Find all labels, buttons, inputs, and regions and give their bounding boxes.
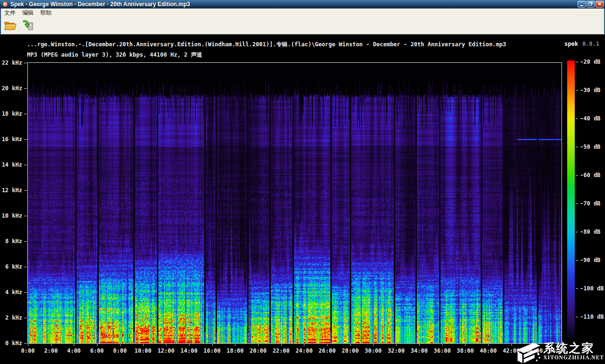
watermark-title: 系统之家 — [543, 342, 604, 355]
close-icon: ✕ — [597, 2, 601, 7]
colorbar-tick — [576, 175, 578, 176]
x-axis-tick — [28, 344, 28, 346]
colorbar-label: -40 dB — [580, 115, 600, 122]
y-axis-tick — [24, 267, 27, 267]
save-spectrogram-button[interactable] — [20, 18, 35, 33]
spectrogram-panel: ...rge.Winston.-.[December.20th.Annivers… — [0, 34, 605, 364]
y-axis-tick — [24, 190, 27, 191]
y-axis-label: 12 kHz — [0, 187, 22, 194]
spek-app-icon — [2, 1, 8, 7]
menu-item-2[interactable]: 帮助 — [37, 8, 55, 17]
x-axis-tick — [442, 344, 443, 346]
colorbar-tick — [576, 203, 578, 204]
x-axis-tick — [74, 344, 74, 346]
colorbar-label: -70 dB — [580, 200, 600, 207]
close-button[interactable]: ✕ — [596, 1, 604, 8]
colorbar-label: -60 dB — [580, 172, 600, 178]
x-axis-tick — [212, 344, 213, 346]
x-axis-label: 0:00 — [21, 347, 35, 354]
colorbar-label: -30 dB — [580, 87, 600, 93]
colorbar-label: -100 dB — [580, 285, 604, 292]
menu-item-0[interactable]: 文件 — [1, 8, 19, 17]
x-axis-tick — [143, 344, 144, 346]
spectrogram-canvas — [28, 63, 562, 343]
x-axis-label: 34:00 — [411, 347, 428, 354]
x-axis-label: 26:00 — [319, 347, 336, 354]
x-axis-label: 18:00 — [226, 347, 243, 354]
y-axis-label: 10 kHz — [0, 212, 22, 219]
window-title: Spek - George Winston - December - 20th … — [10, 1, 578, 8]
x-axis-tick — [120, 344, 121, 346]
toolbar — [0, 17, 605, 34]
save-as-icon — [22, 20, 34, 31]
x-axis-tick — [419, 344, 420, 346]
y-axis-label: 18 kHz — [0, 110, 22, 117]
colorbar-label: -110 dB — [580, 313, 604, 320]
x-axis-label: 16:00 — [204, 347, 221, 354]
window-controls: ✕ — [578, 1, 604, 8]
watermark-subtitle: XITONGZHIJIA.NET — [543, 355, 604, 360]
db-colorbar — [567, 60, 575, 338]
spectrogram-frame — [27, 62, 562, 344]
x-axis-tick — [327, 344, 328, 346]
menu-item-1[interactable]: 编辑 — [19, 8, 37, 17]
restore-button[interactable] — [587, 1, 595, 8]
colorbar-tick — [576, 317, 578, 317]
restore-icon — [588, 3, 592, 6]
app-version: 0.8.1 — [582, 41, 599, 49]
y-axis-tick — [24, 292, 27, 293]
x-axis-tick — [465, 344, 466, 346]
watermark-logo-icon — [517, 342, 541, 364]
menu-bar: 文件编辑帮助 — [0, 8, 605, 17]
x-axis-tick — [350, 344, 351, 346]
x-axis-label: 20:00 — [250, 347, 267, 354]
title-bar: Spek - George Winston - December - 20th … — [0, 0, 605, 8]
open-file-button[interactable] — [3, 18, 18, 33]
watermark: 系统之家 XITONGZHIJIA.NET — [517, 342, 604, 364]
x-axis-label: 6:00 — [90, 347, 104, 354]
x-axis-label: 38:00 — [457, 347, 474, 354]
colorbar-label: -80 dB — [580, 229, 600, 235]
colorbar-tick — [576, 232, 578, 232]
folder-open-icon — [4, 20, 17, 31]
stream-info-line: MP3 (MPEG audio layer 3), 320 kbps, 4410… — [27, 51, 202, 59]
x-axis-tick — [373, 344, 374, 346]
y-axis-tick — [24, 63, 27, 63]
x-axis-tick — [97, 344, 97, 346]
x-axis-label: 30:00 — [364, 347, 381, 354]
colorbar-label: -50 dB — [580, 144, 600, 150]
spek-window: { "window": { "title": "Spek - George Wi… — [0, 0, 605, 364]
x-axis-tick — [235, 344, 235, 346]
y-axis-label: 0 kHz — [0, 340, 22, 347]
x-axis-label: 40:00 — [480, 347, 497, 354]
x-axis-label: 28:00 — [342, 347, 359, 354]
x-axis-label: 36:00 — [434, 347, 451, 354]
x-axis-label: 8:00 — [113, 347, 127, 354]
colorbar-tick — [576, 288, 578, 289]
y-axis-tick — [24, 216, 27, 216]
colorbar-tick — [576, 147, 578, 147]
x-axis-label: 32:00 — [388, 347, 405, 354]
file-info-line: ...rge.Winston.-.[December.20th.Annivers… — [27, 41, 601, 49]
x-axis-label: 22:00 — [273, 347, 290, 354]
x-axis-tick — [488, 344, 489, 346]
y-axis-label: 6 kHz — [0, 263, 22, 270]
x-axis-label: 4:00 — [67, 347, 81, 354]
y-axis-tick — [24, 241, 27, 242]
minimize-button[interactable] — [578, 1, 586, 8]
y-axis-tick — [24, 318, 27, 318]
x-axis-tick — [511, 344, 512, 346]
y-axis-tick — [24, 88, 27, 89]
y-axis-tick — [24, 114, 27, 114]
x-axis-label: 10:00 — [134, 347, 151, 354]
x-axis-tick — [396, 344, 397, 346]
x-axis-tick — [189, 344, 190, 346]
colorbar-tick — [576, 90, 578, 91]
app-name: spek — [564, 41, 578, 49]
y-axis-label: 20 kHz — [0, 85, 22, 92]
x-axis-label: 2:00 — [44, 347, 58, 354]
x-axis-tick — [304, 344, 304, 346]
x-axis-tick — [51, 344, 52, 346]
colorbar-tick — [576, 260, 578, 261]
file-path: ...rge.Winston.-.[December.20th.Annivers… — [27, 41, 506, 49]
